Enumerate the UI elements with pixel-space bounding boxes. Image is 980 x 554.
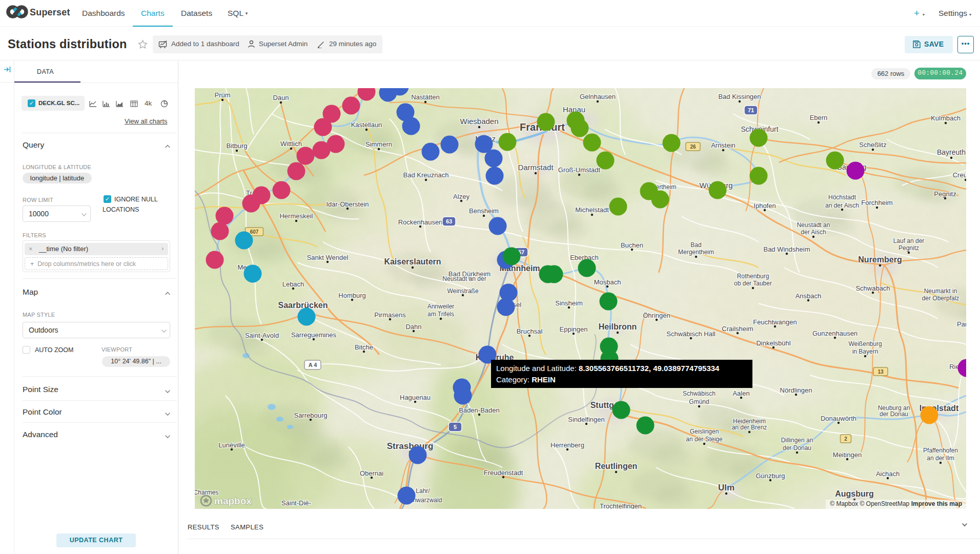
svg-text:Rockenhausen: Rockenhausen (398, 218, 443, 226)
svg-text:Weißenburg: Weißenburg (848, 340, 882, 347)
svg-text:mapbox: mapbox (214, 496, 252, 506)
svg-text:2: 2 (844, 436, 847, 442)
svg-text:Lebach: Lebach (282, 280, 304, 288)
svg-text:Pegnitz: Pegnitz (899, 244, 919, 252)
svg-text:Kastellaun: Kastellaun (351, 121, 382, 129)
svg-text:Weinstraße: Weinstraße (447, 288, 478, 295)
svg-text:Ebern: Ebern (810, 114, 828, 121)
svg-text:Alzey: Alzey (453, 193, 469, 200)
svg-text:A 4: A 4 (309, 362, 318, 368)
svg-text:Dinkelsbühl: Dinkelsbühl (756, 339, 790, 347)
svg-text:Gmünd: Gmünd (689, 398, 709, 405)
svg-text:Gelnhausen: Gelnhausen (580, 93, 616, 100)
svg-text:Ansbach: Ansbach (795, 292, 822, 300)
svg-text:607: 607 (250, 229, 259, 235)
svg-text:der Aisch: der Aisch (801, 229, 826, 236)
svg-text:Aalen: Aalen (732, 389, 749, 397)
svg-text:Haguenau: Haguenau (400, 394, 431, 401)
svg-text:Reutlingen: Reutlingen (595, 462, 638, 470)
svg-text:Bad Kissingen: Bad Kissingen (718, 93, 761, 100)
svg-text:der Oberpfalz: der Oberpfalz (922, 295, 959, 302)
svg-text:Schwäbisch: Schwäbisch (683, 390, 716, 397)
svg-text:Neumarkt in: Neumarkt in (924, 288, 957, 295)
svg-text:an der Brenz: an der Brenz (732, 424, 767, 431)
svg-text:Höchstadt: Höchstadt (828, 194, 856, 201)
svg-text:Bad Windsheim: Bad Windsheim (763, 245, 810, 253)
svg-text:Creußen: Creußen (953, 171, 966, 179)
svg-text:Sarrebourg: Sarrebourg (294, 412, 327, 419)
svg-text:Bensheim: Bensheim (469, 207, 499, 215)
svg-text:Iphofen: Iphofen (753, 202, 775, 210)
svg-text:Öhringen: Öhringen (643, 312, 670, 319)
svg-text:Neustadt an der: Neustadt an der (442, 275, 486, 282)
svg-text:63: 63 (446, 218, 452, 224)
svg-text:am Trifels: am Trifels (427, 311, 454, 318)
svg-text:ob der Tauber: ob der Tauber (734, 280, 772, 287)
svg-text:Buchen: Buchen (621, 241, 643, 249)
svg-text:Idar-Oberstein: Idar-Oberstein (326, 200, 369, 208)
svg-text:Mosbach: Mosbach (594, 278, 621, 286)
svg-text:Freudenstadt: Freudenstadt (484, 469, 523, 477)
svg-text:Bayreuth: Bayreuth (937, 148, 966, 156)
svg-text:Bad Kreuznach: Bad Kreuznach (403, 171, 449, 179)
svg-text:in Bayern: in Bayern (852, 348, 879, 355)
svg-text:Bitburg: Bitburg (226, 142, 247, 150)
svg-text:Neustadt an: Neustadt an (797, 221, 830, 229)
svg-text:13: 13 (877, 369, 884, 375)
svg-text:Arnstein: Arnstein (711, 141, 736, 149)
svg-text:Baden-Baden: Baden-Baden (459, 406, 500, 414)
svg-text:Schwäbisch Hall: Schwäbisch Hall (666, 330, 715, 338)
svg-text:Mergentheim: Mergentheim (678, 249, 714, 256)
svg-text:Donauwörth: Donauwörth (821, 415, 856, 422)
svg-text:Sindelfingen: Sindelfingen (568, 416, 605, 423)
svg-text:Saint-Avold: Saint-Avold (245, 332, 279, 339)
svg-text:Hermeskeil: Hermeskeil (279, 212, 313, 220)
svg-text:5: 5 (454, 424, 457, 430)
svg-text:Pfaffenhofen: Pfaffenhofen (923, 447, 958, 454)
svg-text:Herrenberg: Herrenberg (550, 441, 584, 449)
svg-text:Sinsheim: Sinsheim (555, 299, 582, 307)
svg-text:Saarbrücken: Saarbrücken (278, 301, 328, 310)
svg-text:Wittlich: Wittlich (280, 140, 302, 148)
svg-text:Bad: Bad (690, 241, 701, 249)
svg-text:Aichach: Aichach (876, 470, 900, 478)
svg-text:Michelstadt: Michelstadt (575, 206, 609, 214)
svg-text:26: 26 (690, 144, 696, 150)
svg-text:Par: Par (957, 320, 966, 328)
svg-text:Forchheim: Forchheim (861, 199, 892, 207)
svg-text:Groß-Umstadt: Groß-Umstadt (558, 166, 601, 174)
svg-text:Scheßlitz: Scheßlitz (859, 141, 886, 149)
svg-text:Dahn: Dahn (405, 323, 421, 331)
svg-text:an der Ilm: an der Ilm (927, 455, 954, 462)
svg-text:Bruchsal: Bruchsal (517, 327, 543, 335)
svg-text:Feuchtwangen: Feuchtwangen (753, 318, 797, 326)
svg-text:Eppingen: Eppingen (560, 325, 588, 333)
svg-text:Crailsheim: Crailsheim (722, 325, 753, 333)
svg-text:Bitche: Bitche (355, 343, 373, 351)
svg-text:Homburg: Homburg (338, 292, 365, 299)
svg-text:Pirmasens: Pirmasens (374, 311, 406, 319)
svg-text:Geislingen: Geislingen (690, 428, 719, 435)
svg-text:Rothenburg: Rothenburg (737, 273, 769, 280)
svg-text:Heilbronn: Heilbronn (599, 322, 637, 331)
svg-text:Daun: Daun (273, 94, 289, 101)
svg-text:Prüm: Prüm (214, 91, 230, 99)
svg-text:71: 71 (748, 107, 754, 113)
svg-text:Simmern: Simmern (365, 140, 392, 148)
svg-text:Annweiler: Annweiler (427, 303, 455, 310)
svg-text:Wiesbaden: Wiesbaden (460, 117, 498, 126)
svg-text:Schwabach: Schwabach (855, 284, 890, 292)
svg-text:an der Steige: an der Steige (686, 436, 723, 443)
svg-text:Lunéville: Lunéville (218, 441, 244, 449)
svg-text:Strasbourg: Strasbourg (387, 441, 434, 451)
svg-text:Gunzenhausen: Gunzenhausen (812, 330, 858, 337)
svg-text:Saint-Dié-: Saint-Dié- (281, 499, 311, 507)
svg-text:Dillingen an: Dillingen an (781, 437, 813, 444)
svg-text:Nuremberg: Nuremberg (858, 255, 902, 264)
svg-text:Lauf an der: Lauf an der (893, 237, 925, 244)
svg-text:Trochtelfingen: Trochtelfingen (600, 502, 642, 509)
svg-text:Darmstadt: Darmstadt (518, 163, 554, 172)
svg-text:Obernai: Obernai (360, 469, 383, 477)
svg-text:Meitingen: Meitingen (833, 451, 862, 459)
svg-text:der Donau: der Donau (783, 444, 811, 452)
